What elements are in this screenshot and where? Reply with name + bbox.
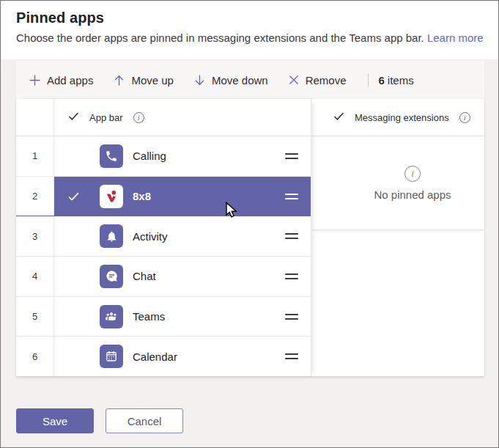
drag-handle-icon[interactable] bbox=[285, 153, 298, 159]
remove-button[interactable]: Remove bbox=[288, 74, 347, 87]
row-content[interactable]: Teams bbox=[54, 297, 311, 337]
item-count-number: 6 bbox=[379, 74, 385, 87]
table-row[interactable]: 3 Activity bbox=[16, 216, 311, 257]
move-up-button[interactable]: Move up bbox=[113, 74, 174, 87]
drag-handle-icon[interactable] bbox=[285, 353, 298, 359]
drag-handle-icon[interactable] bbox=[285, 314, 298, 320]
empty-state-info-icon: i bbox=[404, 166, 421, 182]
column-check-icon[interactable] bbox=[333, 111, 344, 124]
drag-handle-icon[interactable] bbox=[285, 194, 298, 199]
8x8-app-icon bbox=[100, 185, 123, 208]
row-number: 5 bbox=[16, 297, 54, 337]
row-number: 2 bbox=[16, 177, 54, 216]
move-down-button[interactable]: Move down bbox=[193, 74, 268, 87]
app-bar-info-icon[interactable]: i bbox=[133, 112, 144, 123]
app-name: Calendar bbox=[133, 350, 177, 363]
drag-handle-icon[interactable] bbox=[285, 233, 298, 239]
subtitle-text: Choose the order apps are pinned in mess… bbox=[16, 32, 424, 44]
toolbar-divider bbox=[368, 74, 369, 87]
remove-x-icon bbox=[288, 74, 300, 86]
app-name: Calling bbox=[133, 150, 166, 162]
move-up-arrow-icon bbox=[113, 74, 125, 87]
item-count: 6items bbox=[379, 74, 414, 87]
selected-check-icon bbox=[67, 191, 84, 202]
table-row[interactable]: 6 Calendar bbox=[16, 337, 311, 376]
activity-app-icon bbox=[100, 224, 123, 248]
app-name: Teams bbox=[133, 310, 165, 323]
move-down-arrow-icon bbox=[193, 74, 206, 87]
cancel-button[interactable]: Cancel bbox=[106, 408, 183, 433]
toolbar-buttons-host: Add apps Move up Move down Remove bbox=[29, 74, 366, 87]
table-row[interactable]: 5 Teams bbox=[16, 297, 311, 337]
table-row[interactable]: 4 Chat bbox=[16, 257, 311, 297]
app-bar-header-content: App bar i bbox=[54, 111, 144, 124]
row-content[interactable]: Activity bbox=[54, 216, 311, 256]
command-toolbar: Add apps Move up Move down Remove 6items bbox=[16, 61, 484, 99]
row-number: 4 bbox=[16, 257, 54, 296]
row-content[interactable]: 8x8 bbox=[54, 177, 311, 216]
item-count-label: items bbox=[388, 74, 414, 87]
page-header: Pinned apps Choose the order apps are pi… bbox=[16, 10, 485, 44]
app-name: Chat bbox=[133, 270, 156, 282]
page-subtitle: Choose the order apps are pinned in mess… bbox=[16, 32, 485, 44]
row-content[interactable]: Calendar bbox=[54, 337, 311, 376]
drag-handle-icon[interactable] bbox=[285, 273, 298, 279]
app-bar-column: App bar i 1 Calling 2 8x8 3 bbox=[16, 99, 311, 376]
row-number: 3 bbox=[16, 216, 54, 256]
save-button[interactable]: Save bbox=[16, 408, 94, 433]
calendar-app-icon bbox=[100, 345, 123, 368]
app-name: Activity bbox=[133, 230, 168, 243]
messaging-extensions-info-icon[interactable]: i bbox=[459, 112, 470, 123]
table-row[interactable]: 2 8x8 bbox=[16, 177, 311, 217]
column-check-icon[interactable] bbox=[68, 111, 79, 124]
row-number: 1 bbox=[16, 136, 54, 176]
empty-state-text: No pinned apps bbox=[374, 188, 451, 201]
row-content[interactable]: Calling bbox=[54, 136, 311, 176]
add-apps-plus-icon bbox=[29, 74, 41, 87]
pinned-apps-table: App bar i 1 Calling 2 8x8 3 bbox=[16, 99, 484, 376]
learn-more-link[interactable]: Learn more bbox=[427, 32, 484, 44]
row-content[interactable]: Chat bbox=[54, 257, 311, 296]
calling-app-icon bbox=[100, 144, 123, 168]
chat-app-icon bbox=[100, 265, 123, 288]
messaging-extensions-column: Messaging extensions i i No pinned apps bbox=[311, 99, 484, 376]
messaging-extensions-header: Messaging extensions i bbox=[311, 99, 484, 136]
app-bar-header: App bar i bbox=[16, 99, 311, 136]
table-row[interactable]: 1 Calling bbox=[16, 136, 311, 177]
messaging-extensions-column-label: Messaging extensions bbox=[355, 112, 449, 123]
empty-state: i No pinned apps bbox=[311, 136, 484, 230]
app-bar-rows: 1 Calling 2 8x8 3 Activity bbox=[16, 136, 311, 376]
page-title: Pinned apps bbox=[16, 10, 485, 26]
app-name: 8x8 bbox=[133, 190, 151, 202]
add-apps-button[interactable]: Add apps bbox=[29, 74, 93, 87]
row-number: 6 bbox=[16, 337, 54, 376]
teams-app-icon bbox=[100, 305, 123, 328]
app-bar-column-label: App bar bbox=[89, 112, 123, 123]
row-number-gutter-header bbox=[16, 99, 54, 136]
